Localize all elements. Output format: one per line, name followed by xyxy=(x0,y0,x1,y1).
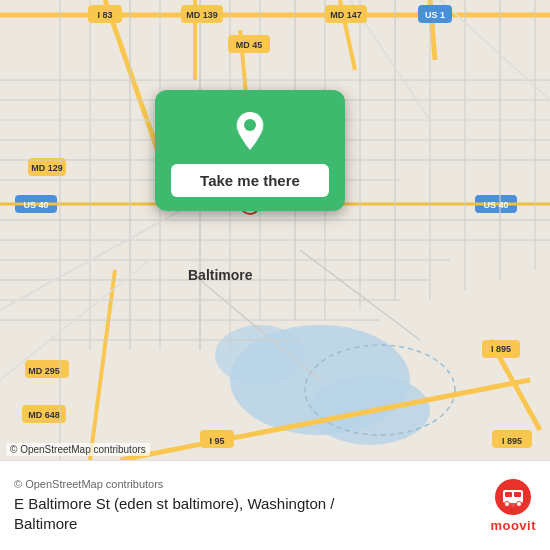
footer-location-name: E Baltimore St (eden st baltimore), Wash… xyxy=(14,494,478,533)
svg-point-84 xyxy=(505,501,510,506)
moovit-logo: moovit xyxy=(490,479,536,533)
svg-text:MD 139: MD 139 xyxy=(186,10,218,20)
svg-point-85 xyxy=(517,501,522,506)
svg-text:MD 295: MD 295 xyxy=(28,366,60,376)
pin-icon xyxy=(227,108,273,154)
moovit-bus-icon xyxy=(495,479,531,515)
svg-text:MD 648: MD 648 xyxy=(28,410,60,420)
svg-text:MD 129: MD 129 xyxy=(31,163,63,173)
take-me-there-button[interactable]: Take me there xyxy=(171,164,329,197)
svg-text:I 83: I 83 xyxy=(97,10,112,20)
svg-text:MD 45: MD 45 xyxy=(236,40,263,50)
attribution-text: © OpenStreetMap contributors xyxy=(10,444,146,455)
footer-bar: © OpenStreetMap contributors E Baltimore… xyxy=(0,460,550,550)
svg-text:US 40: US 40 xyxy=(23,200,48,210)
footer-osm-credit: © OpenStreetMap contributors xyxy=(14,478,478,490)
osm-attribution: © OpenStreetMap contributors xyxy=(6,443,150,456)
map-background: MD 139 MD 147 US 1 I 83 MD 45 MD 129 US … xyxy=(0,0,550,460)
svg-text:US 1: US 1 xyxy=(425,10,445,20)
map-area[interactable]: MD 139 MD 147 US 1 I 83 MD 45 MD 129 US … xyxy=(0,0,550,460)
svg-text:Baltimore: Baltimore xyxy=(188,267,253,283)
svg-text:I 895: I 895 xyxy=(502,436,522,446)
svg-point-79 xyxy=(244,119,256,131)
svg-text:I 895: I 895 xyxy=(491,344,511,354)
svg-rect-83 xyxy=(514,492,521,497)
moovit-brand-name: moovit xyxy=(490,518,536,533)
svg-point-2 xyxy=(215,325,305,385)
svg-text:I 95: I 95 xyxy=(209,436,224,446)
svg-text:US 40: US 40 xyxy=(483,200,508,210)
svg-rect-82 xyxy=(505,492,512,497)
footer-text: © OpenStreetMap contributors E Baltimore… xyxy=(14,478,478,533)
location-popup: Take me there xyxy=(155,90,345,211)
svg-text:MD 147: MD 147 xyxy=(330,10,362,20)
